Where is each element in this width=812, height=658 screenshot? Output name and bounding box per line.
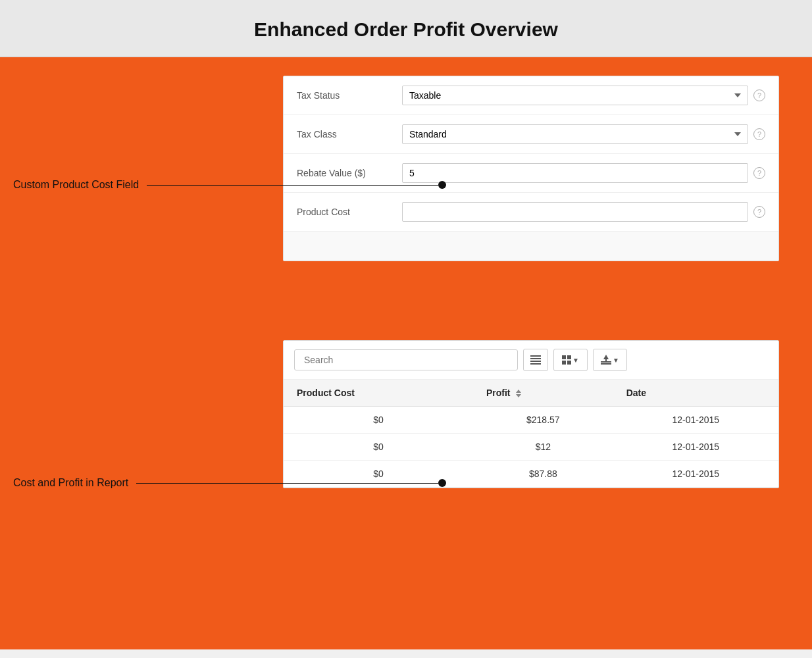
main-area: Tax Status Taxable None ? Tax Class Stan… <box>0 57 812 649</box>
tax-status-help-icon[interactable]: ? <box>753 89 765 101</box>
export-icon <box>601 355 611 365</box>
annotation-report-label: Cost and Profit in Report <box>13 477 136 489</box>
page-title: Enhanced Order Profit Overview <box>0 18 812 41</box>
svg-rect-3 <box>530 363 541 365</box>
list-view-button[interactable] <box>523 349 548 371</box>
tax-class-row: Tax Class Standard Reduced Rate Zero Rat… <box>284 115 778 154</box>
tax-status-control: Taxable None ? <box>402 86 765 105</box>
report-table: Product Cost Profit Date <box>284 380 778 488</box>
svg-rect-7 <box>567 361 571 365</box>
cell-date-1: 12-01-2015 <box>613 407 778 434</box>
svg-rect-4 <box>562 355 566 359</box>
page-header: Enhanced Order Profit Overview <box>0 0 812 57</box>
col-profit: Profit <box>473 380 613 407</box>
tax-class-control: Standard Reduced Rate Zero Rate ? <box>402 124 765 144</box>
tax-status-select[interactable]: Taxable None <box>402 86 748 105</box>
product-cost-row: Product Cost ? <box>284 193 778 232</box>
tax-class-select[interactable]: Standard Reduced Rate Zero Rate <box>402 124 748 144</box>
form-footer-row <box>284 232 778 261</box>
list-view-icon <box>530 355 541 365</box>
annotation-form-label: Custom Product Cost Field <box>13 179 147 191</box>
rebate-value-help-icon[interactable]: ? <box>753 167 765 179</box>
tax-class-label: Tax Class <box>297 129 402 139</box>
cell-date-3: 12-01-2015 <box>613 461 778 488</box>
product-cost-help-icon[interactable]: ? <box>753 206 765 218</box>
svg-rect-9 <box>601 363 611 365</box>
grid-view-icon <box>562 355 571 365</box>
product-cost-label: Product Cost <box>297 207 402 217</box>
report-toolbar: ▼ ▼ <box>284 341 778 380</box>
cell-product-cost-1: $0 <box>284 407 473 434</box>
table-row: $0 $12 12-01-2015 <box>284 434 778 461</box>
product-cost-input[interactable] <box>402 202 748 222</box>
profit-sort-icon[interactable] <box>515 390 522 397</box>
svg-marker-13 <box>516 394 521 397</box>
grid-view-button[interactable]: ▼ <box>553 349 588 371</box>
search-input[interactable] <box>294 349 518 370</box>
rebate-value-control: ? <box>402 163 765 183</box>
annotation-form-line <box>147 181 446 189</box>
col-date: Date <box>613 380 778 407</box>
svg-rect-6 <box>562 361 566 365</box>
svg-rect-1 <box>530 358 541 359</box>
report-table-header: Product Cost Profit Date <box>284 380 778 407</box>
export-dropdown-arrow: ▼ <box>613 357 619 364</box>
report-panel: ▼ ▼ Product Cost Pro <box>283 340 779 488</box>
report-table-body: $0 $218.57 12-01-2015 $0 $12 12-01-2015 … <box>284 407 778 488</box>
annotation-report-line <box>136 479 446 487</box>
annotation-form-wrapper: Custom Product Cost Field <box>13 179 446 191</box>
cell-profit-2: $12 <box>473 434 613 461</box>
rebate-value-input[interactable] <box>402 163 748 183</box>
form-panel: Tax Status Taxable None ? Tax Class Stan… <box>283 76 779 261</box>
annotation-report-wrapper: Cost and Profit in Report <box>13 477 446 489</box>
table-row: $0 $218.57 12-01-2015 <box>284 407 778 434</box>
product-cost-control: ? <box>402 202 765 222</box>
cell-product-cost-2: $0 <box>284 434 473 461</box>
svg-rect-8 <box>601 361 611 363</box>
svg-rect-2 <box>530 361 541 362</box>
cell-date-2: 12-01-2015 <box>613 434 778 461</box>
cell-profit-1: $218.57 <box>473 407 613 434</box>
grid-dropdown-arrow: ▼ <box>572 357 579 364</box>
svg-marker-12 <box>516 390 521 393</box>
tax-status-row: Tax Status Taxable None ? <box>284 76 778 115</box>
col-product-cost: Product Cost <box>284 380 473 407</box>
svg-rect-0 <box>530 355 541 357</box>
export-button[interactable]: ▼ <box>593 349 627 371</box>
rebate-value-label: Rebate Value ($) <box>297 168 402 178</box>
cell-profit-3: $87.88 <box>473 461 613 488</box>
tax-class-help-icon[interactable]: ? <box>753 128 765 140</box>
svg-rect-11 <box>605 358 607 361</box>
svg-rect-5 <box>567 355 571 359</box>
tax-status-label: Tax Status <box>297 90 402 101</box>
